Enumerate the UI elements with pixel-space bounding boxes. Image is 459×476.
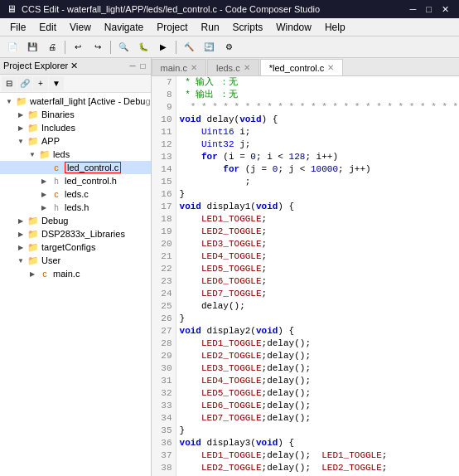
menu-file[interactable]: File: [3, 20, 32, 35]
code-line-24[interactable]: LED7_TOGGLE;: [180, 288, 459, 300]
code-line-36[interactable]: void display3(void) {: [180, 437, 459, 449]
code-line-35[interactable]: }: [180, 425, 459, 437]
app-toggle-icon[interactable]: ▼: [15, 138, 27, 145]
minimize-sidebar-btn[interactable]: ─: [128, 61, 137, 70]
search-btn[interactable]: 🔍: [114, 39, 133, 56]
menu-navigate[interactable]: Navigate: [98, 20, 150, 35]
build-btn[interactable]: 🔨: [180, 39, 198, 56]
tab-leds-c-close[interactable]: ✕: [244, 63, 250, 72]
tab-main-c-close[interactable]: ✕: [191, 63, 197, 72]
tree-led-control-c[interactable]: c led_control.c: [0, 161, 151, 174]
code-line-27[interactable]: void display2(void) {: [180, 325, 459, 338]
code-line-28[interactable]: LED1_TOGGLE;delay();: [180, 338, 459, 350]
code-line-8[interactable]: * 输出 ：无: [180, 89, 459, 101]
code-line-18[interactable]: LED1_TOGGLE;: [180, 213, 459, 226]
menu-run[interactable]: Run: [195, 20, 226, 35]
led-control-h-toggle[interactable]: ▶: [38, 177, 50, 185]
menu-scripts[interactable]: Scripts: [226, 20, 270, 35]
code-line-29[interactable]: LED2_TOGGLE;delay();: [180, 350, 459, 362]
project-explorer: Project Explorer ✕ ─ □ ⊟ 🔗 + ▼ ▼ 📁 water…: [0, 58, 152, 476]
code-line-10[interactable]: void delay(void) {: [180, 114, 459, 126]
code-line-16[interactable]: }: [180, 188, 459, 201]
code-line-12[interactable]: Uint32 j;: [180, 138, 459, 151]
code-line-7[interactable]: * 输入 ：无: [180, 76, 459, 89]
root-toggle-icon[interactable]: ▼: [3, 98, 15, 105]
tree-root[interactable]: ▼ 📁 waterfall_light [Active - Debug: [0, 95, 151, 108]
menu-edit[interactable]: Edit: [32, 20, 63, 35]
save-btn[interactable]: 💾: [23, 39, 41, 56]
run-btn[interactable]: ▶: [154, 39, 172, 56]
link-editor-btn[interactable]: 🔗: [17, 76, 32, 91]
code-line-13[interactable]: for (i = 0; i < 128; i++): [180, 151, 459, 163]
print-btn[interactable]: 🖨: [43, 39, 61, 56]
code-line-17[interactable]: void display1(void) {: [180, 201, 459, 213]
collapse-all-btn[interactable]: ⊟: [2, 76, 17, 91]
code-line-9[interactable]: * * * * * * * * * * * * * * * * * * * * …: [180, 101, 459, 114]
binaries-toggle-icon[interactable]: ▶: [15, 111, 27, 119]
tab-bar: main.c ✕ leds.c ✕ *led_control.c ✕: [152, 58, 459, 76]
main-c-toggle[interactable]: ▶: [27, 270, 38, 278]
code-editor[interactable]: 7891011121314151617181920212223242526272…: [152, 76, 459, 476]
menu-help[interactable]: Help: [318, 20, 352, 35]
new-folder-btn[interactable]: +: [33, 76, 48, 91]
redo-btn[interactable]: ↪: [89, 39, 107, 56]
tree-target-configs[interactable]: ▶ 📁 targetConfigs: [0, 240, 151, 254]
code-line-20[interactable]: LED3_TOGGLE;: [180, 238, 459, 250]
tree-includes[interactable]: ▶ 📁 Includes: [0, 121, 151, 134]
tree-leds[interactable]: ▼ 📁 leds: [0, 148, 151, 161]
code-line-33[interactable]: LED6_TOGGLE;delay();: [180, 400, 459, 412]
debug-btn[interactable]: 🐛: [134, 39, 152, 56]
code-line-22[interactable]: LED5_TOGGLE;: [180, 263, 459, 275]
tab-leds-c[interactable]: leds.c ✕: [207, 59, 259, 75]
tree-dsp-libs[interactable]: ▶ 📁 DSP2833x_Libraries: [0, 227, 151, 240]
tree-leds-h[interactable]: ▶ h leds.h: [0, 201, 151, 214]
tree-main-c[interactable]: ▶ c main.c: [0, 267, 151, 280]
refresh-btn[interactable]: 🔄: [200, 39, 218, 56]
line-num-20: 20: [155, 238, 172, 250]
code-line-11[interactable]: Uint16 i;: [180, 126, 459, 138]
code-line-32[interactable]: LED5_TOGGLE;delay();: [180, 387, 459, 400]
tree-user[interactable]: ▼ 📁 User: [0, 254, 151, 267]
user-toggle-icon[interactable]: ▼: [15, 257, 27, 265]
undo-btn[interactable]: ↩: [69, 39, 87, 56]
code-line-19[interactable]: LED2_TOGGLE;: [180, 226, 459, 238]
user-folder-icon: 📁: [27, 255, 40, 266]
tree-app[interactable]: ▼ 📁 APP: [0, 134, 151, 148]
tab-led-control-c[interactable]: *led_control.c ✕: [260, 59, 344, 75]
leds-c-toggle[interactable]: ▶: [38, 191, 50, 198]
code-line-25[interactable]: delay();: [180, 300, 459, 313]
code-line-21[interactable]: LED4_TOGGLE;: [180, 250, 459, 263]
settings-btn[interactable]: ⚙: [220, 39, 238, 56]
tree-binaries[interactable]: ▶ 📁 Binaries: [0, 108, 151, 121]
code-line-34[interactable]: LED7_TOGGLE;delay();: [180, 412, 459, 425]
code-line-30[interactable]: LED3_TOGGLE;delay();: [180, 362, 459, 375]
tree-debug[interactable]: ▶ 📁 Debug: [0, 214, 151, 227]
code-line-31[interactable]: LED4_TOGGLE;delay();: [180, 375, 459, 387]
maximize-sidebar-btn[interactable]: □: [138, 61, 147, 70]
tree-leds-c[interactable]: ▶ c leds.c: [0, 187, 151, 201]
leds-toggle-icon[interactable]: ▼: [27, 151, 38, 158]
target-configs-toggle-icon[interactable]: ▶: [15, 244, 27, 251]
code-line-23[interactable]: LED6_TOGGLE;: [180, 275, 459, 288]
window-controls[interactable]: ─ □ ✕: [407, 4, 452, 15]
code-line-14[interactable]: for (j = 0; j < 10000; j++): [180, 163, 459, 176]
leds-h-toggle[interactable]: ▶: [38, 204, 50, 211]
menu-view[interactable]: View: [63, 20, 98, 35]
code-line-26[interactable]: }: [180, 313, 459, 325]
tree-led-control-h[interactable]: ▶ h led_control.h: [0, 174, 151, 187]
dsp-libs-toggle-icon[interactable]: ▶: [15, 231, 27, 238]
new-btn[interactable]: 📄: [3, 39, 22, 56]
debug-toggle-icon[interactable]: ▶: [15, 217, 27, 225]
tab-main-c[interactable]: main.c ✕: [152, 59, 206, 75]
menu-window[interactable]: Window: [269, 20, 318, 35]
code-line-37[interactable]: LED1_TOGGLE;delay(); LED1_TOGGLE;: [180, 449, 459, 462]
filter-btn[interactable]: ▼: [49, 76, 64, 91]
line-num-33: 33: [155, 400, 172, 412]
code-content[interactable]: * 输入 ：无 * 输出 ：无 * * * * * * * * * * * * …: [176, 76, 459, 476]
code-line-15[interactable]: ;: [180, 176, 459, 188]
tab-led-control-c-close[interactable]: ✕: [327, 63, 334, 72]
menu-bar: File Edit View Navigate Project Run Scri…: [0, 18, 459, 36]
code-line-38[interactable]: LED2_TOGGLE;delay(); LED2_TOGGLE;: [180, 462, 459, 474]
menu-project[interactable]: Project: [150, 20, 194, 35]
includes-toggle-icon[interactable]: ▶: [15, 124, 27, 132]
